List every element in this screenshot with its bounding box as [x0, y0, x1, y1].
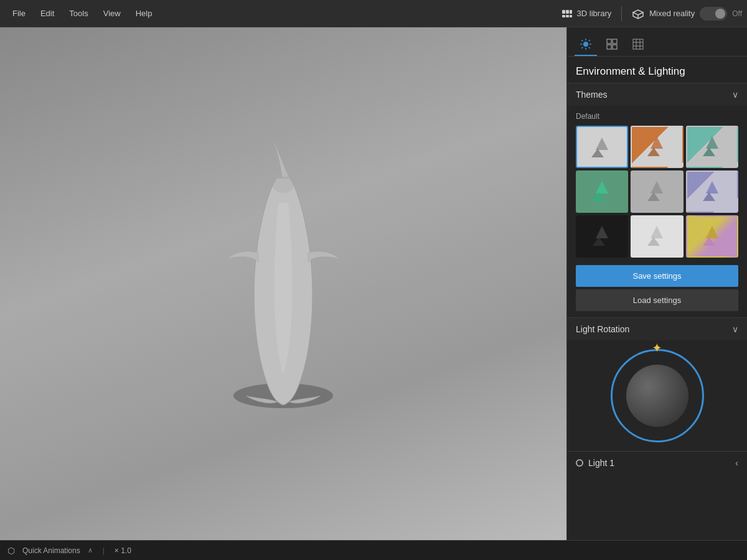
svg-rect-2	[570, 10, 572, 14]
mixed-reality-group: Mixed reality Off	[632, 7, 742, 21]
svg-marker-30	[706, 136, 718, 149]
svg-marker-31	[703, 147, 715, 156]
status-arrows-up: ∧	[88, 546, 93, 554]
themes-content: Default	[567, 106, 747, 317]
themes-grid	[576, 126, 738, 258]
svg-marker-27	[591, 149, 604, 157]
quick-anim-icon: ⬡	[7, 546, 15, 556]
viewport[interactable]	[0, 27, 566, 540]
svg-marker-28	[651, 136, 663, 149]
theme-6-preview	[697, 176, 728, 207]
light-dial[interactable]: ✦	[611, 349, 704, 442]
themes-section-header[interactable]: Themes ∨	[567, 83, 747, 106]
main-content: Environment & Lighting Themes ∨ Default	[0, 27, 747, 540]
viewport-3d	[0, 27, 566, 540]
light-rotation-content: ✦	[567, 340, 747, 451]
menu-file[interactable]: File	[5, 0, 33, 27]
svg-marker-26	[596, 138, 608, 150]
status-divider: |	[103, 546, 105, 555]
svg-marker-36	[706, 181, 718, 194]
theme-cell-9[interactable]	[686, 215, 738, 258]
grid-icon	[632, 38, 644, 50]
status-bar: ⬡ Quick Animations ∧ | × 1.0	[0, 540, 747, 560]
mixed-reality-icon	[632, 7, 644, 20]
svg-rect-17	[607, 39, 611, 44]
svg-point-8	[583, 42, 588, 47]
menu-bar: File Edit Tools View Help 3D library Mix…	[0, 0, 747, 27]
theme-cell-1[interactable]	[576, 126, 628, 168]
light1-dot	[576, 459, 583, 467]
toggle-knob	[715, 9, 725, 19]
tab-lighting[interactable]	[575, 34, 597, 56]
env-lighting-title: Environment & Lighting	[567, 57, 747, 83]
save-settings-button[interactable]: Save settings	[576, 265, 738, 287]
theme-cell-3[interactable]	[686, 126, 738, 168]
panel-tabs	[567, 27, 747, 57]
svg-point-7	[272, 175, 294, 193]
theme-7-preview	[586, 221, 618, 252]
sun-icon	[580, 38, 592, 50]
svg-marker-42	[706, 226, 718, 238]
menu-help[interactable]: Help	[128, 0, 160, 27]
light1-section[interactable]: Light 1 ‹	[567, 451, 747, 474]
status-icons: ⬡	[7, 546, 15, 556]
menu-edit[interactable]: Edit	[33, 0, 62, 27]
themes-chevron: ∨	[732, 90, 738, 100]
menu-bar-right: 3D library Mixed reality Off	[561, 6, 742, 21]
light-rotation-chevron: ∨	[732, 324, 738, 334]
svg-marker-33	[593, 192, 605, 201]
svg-rect-25	[633, 39, 643, 49]
svg-line-16	[581, 47, 583, 49]
right-panel: Environment & Lighting Themes ∨ Default	[566, 27, 747, 540]
theme-cell-8[interactable]	[631, 215, 683, 258]
divider	[621, 6, 622, 21]
theme-1-preview	[586, 131, 618, 162]
theme-4-preview	[586, 176, 618, 207]
model-3d	[196, 128, 370, 439]
theme-3-preview	[697, 131, 728, 162]
tab-grid[interactable]	[627, 34, 649, 56]
theme-9-preview	[697, 221, 728, 252]
svg-rect-1	[566, 10, 569, 14]
off-label: Off	[732, 9, 742, 18]
light1-name: Light 1	[588, 458, 614, 468]
quick-animations-label[interactable]: Quick Animations	[22, 546, 80, 555]
svg-marker-41	[647, 237, 660, 246]
library-button[interactable]: 3D library	[561, 7, 612, 20]
svg-marker-39	[593, 237, 605, 246]
svg-rect-0	[562, 10, 565, 14]
menu-tools[interactable]: Tools	[62, 0, 95, 27]
theme-cell-2[interactable]	[631, 126, 683, 168]
dial-sphere	[626, 365, 688, 427]
tab-stats[interactable]	[601, 34, 623, 56]
scale-label: × 1.0	[115, 546, 131, 555]
load-settings-button[interactable]: Load settings	[576, 289, 738, 311]
svg-rect-5	[570, 15, 572, 17]
svg-marker-43	[703, 237, 715, 246]
light1-label-group: Light 1	[576, 458, 614, 468]
themes-default-label: Default	[576, 112, 738, 121]
svg-line-15	[589, 40, 590, 41]
theme-cell-5[interactable]	[631, 170, 683, 213]
library-icon	[561, 7, 573, 20]
svg-rect-20	[613, 45, 617, 49]
svg-rect-3	[562, 15, 565, 17]
svg-marker-37	[703, 192, 715, 201]
theme-5-preview	[641, 176, 672, 207]
themes-title: Themes	[576, 90, 608, 100]
light1-arrow-icon: ‹	[735, 458, 738, 468]
theme-8-preview	[641, 221, 672, 252]
dial-sun-icon: ✦	[652, 340, 662, 355]
svg-marker-35	[647, 192, 660, 201]
svg-marker-34	[651, 181, 663, 194]
svg-marker-38	[596, 226, 608, 238]
theme-cell-6[interactable]	[686, 170, 738, 213]
svg-marker-29	[647, 147, 660, 156]
svg-rect-4	[566, 15, 569, 17]
svg-marker-32	[596, 181, 608, 194]
menu-view[interactable]: View	[96, 0, 128, 27]
mixed-reality-toggle[interactable]	[700, 7, 727, 21]
light-rotation-section-header[interactable]: Light Rotation ∨	[567, 317, 747, 340]
theme-cell-4[interactable]	[576, 170, 628, 213]
theme-cell-7[interactable]	[576, 215, 628, 258]
